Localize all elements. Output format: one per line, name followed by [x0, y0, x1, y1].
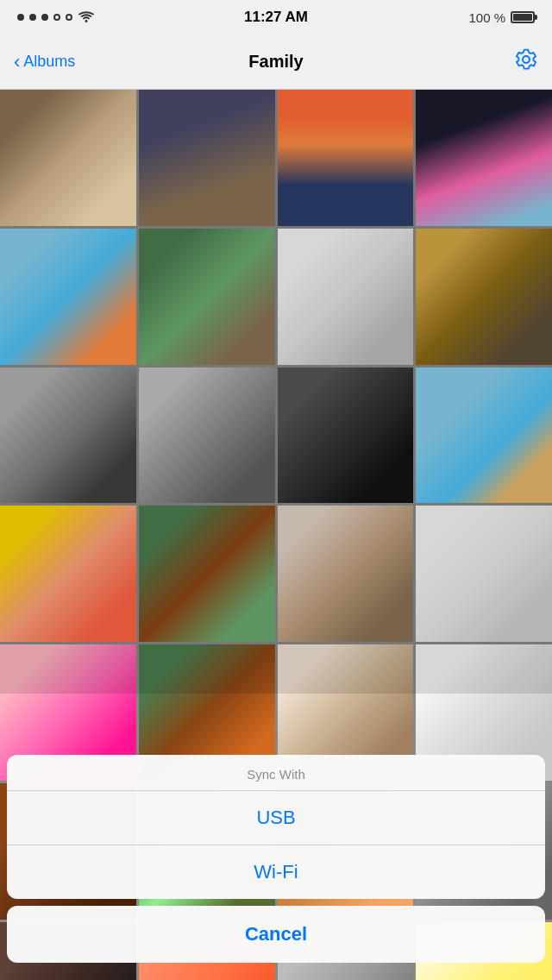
- photo-cell-5[interactable]: [0, 229, 136, 365]
- nav-title: Family: [248, 52, 303, 72]
- wifi-option-button[interactable]: Wi-Fi: [7, 845, 545, 899]
- svg-point-0: [85, 20, 88, 22]
- nav-bar: ‹ Albums Family: [0, 35, 552, 90]
- usb-option-button[interactable]: USB: [7, 791, 545, 845]
- signal-dot-5: [66, 14, 72, 21]
- status-right: 100 %: [468, 10, 535, 25]
- photo-cell-14[interactable]: [139, 506, 275, 642]
- photo-cell-1[interactable]: [0, 90, 136, 226]
- wifi-icon: [78, 11, 95, 23]
- photo-cell-4[interactable]: [416, 90, 552, 226]
- photo-cell-2[interactable]: [139, 90, 275, 226]
- action-sheet-title: Sync With: [7, 755, 545, 791]
- photo-cell-10[interactable]: [139, 368, 275, 504]
- photo-cell-7[interactable]: [278, 229, 414, 365]
- action-sheet-cancel-group: Cancel: [7, 906, 545, 963]
- photo-cell-6[interactable]: [139, 229, 275, 365]
- photo-cell-9[interactable]: [0, 368, 136, 504]
- signal-dot-4: [53, 14, 60, 21]
- action-sheet: Sync With USB Wi-Fi Cancel: [0, 755, 552, 980]
- cancel-button[interactable]: Cancel: [7, 906, 545, 963]
- photo-cell-15[interactable]: [278, 506, 414, 642]
- photo-cell-8[interactable]: [416, 229, 552, 365]
- status-bar: 11:27 AM 100 %: [0, 0, 552, 35]
- photo-cell-13[interactable]: [0, 506, 136, 642]
- photo-cell-11[interactable]: [278, 368, 414, 504]
- battery-icon: [511, 11, 535, 23]
- settings-gear-icon[interactable]: [514, 47, 538, 77]
- signal-dot-1: [17, 14, 24, 21]
- status-time: 11:27 AM: [244, 9, 308, 26]
- back-button-label: Albums: [23, 53, 75, 71]
- signal-dot-2: [29, 14, 36, 21]
- photo-cell-3[interactable]: [278, 90, 414, 226]
- back-button[interactable]: ‹ Albums: [14, 51, 75, 73]
- action-sheet-group: Sync With USB Wi-Fi: [7, 755, 545, 899]
- battery-percent: 100 %: [468, 10, 505, 25]
- signal-dot-3: [41, 14, 48, 21]
- signal-indicators: [17, 11, 95, 23]
- photo-cell-12[interactable]: [416, 368, 552, 504]
- photo-cell-16[interactable]: [416, 506, 552, 642]
- back-chevron-icon: ‹: [14, 51, 20, 73]
- action-sheet-container: Sync With USB Wi-Fi Cancel: [0, 755, 552, 963]
